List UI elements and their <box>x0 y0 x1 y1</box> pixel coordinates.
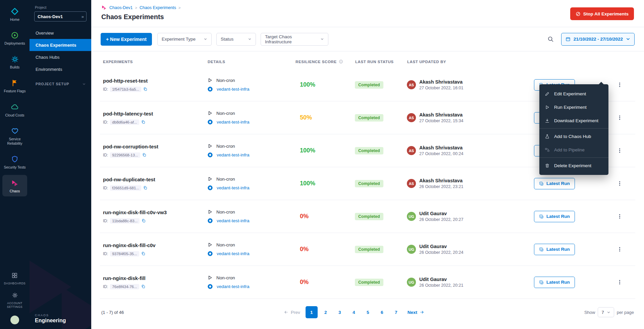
module-builds[interactable]: Builds <box>2 51 27 73</box>
experiment-name[interactable]: pod-http-reset-test <box>103 78 205 84</box>
infrastructure-link[interactable]: vedant-test-infra <box>217 120 250 125</box>
chaos-hub-icon <box>545 134 550 139</box>
kebab-menu-icon[interactable] <box>617 214 623 219</box>
status-badge: Completed <box>355 213 383 220</box>
status-badge: Completed <box>355 147 383 154</box>
updated-at: 27 October 2022, 00:24 <box>419 151 463 156</box>
per-page-select[interactable]: 7 <box>598 307 614 317</box>
menu-item-delete-experiment[interactable]: Delete Experiment <box>539 159 608 172</box>
user-avatar[interactable] <box>10 316 19 324</box>
project-selector: » <box>34 11 87 21</box>
page-5[interactable]: 5 <box>362 306 374 318</box>
menu-item-edit-experiment[interactable]: Edit Experiment <box>539 87 608 100</box>
search-icon[interactable] <box>547 36 554 42</box>
user-avatar: AS <box>407 179 416 188</box>
module-chaos[interactable]: Chaos <box>2 175 27 196</box>
kebab-menu-icon[interactable] <box>617 115 623 121</box>
module-feature-flags[interactable]: Feature Flags <box>2 75 27 96</box>
experiment-name[interactable]: pod-http-latency-test <box>103 111 205 116</box>
updated-by-name: Udit Gaurav <box>419 244 463 249</box>
experiment-name[interactable]: run-nginx-disk-fill-c0v-vw3 <box>103 209 205 215</box>
project-setup-toggle[interactable]: PROJECT SETUP <box>30 82 91 86</box>
menu-item-add-to-chaos-hub[interactable]: Add to Chaos Hub <box>539 130 608 143</box>
copy-icon[interactable] <box>142 153 147 157</box>
page-4[interactable]: 4 <box>348 306 360 318</box>
page-7[interactable]: 7 <box>390 306 402 318</box>
infrastructure-link[interactable]: vedant-test-infra <box>217 87 250 92</box>
menu-item-download-experiment[interactable]: Download Experiment <box>539 114 608 127</box>
resilience-score: 0% <box>300 246 309 252</box>
module-home[interactable]: Home <box>2 3 27 25</box>
latest-run-button[interactable]: Latest Run <box>534 178 575 189</box>
experiment-id: 11bda88c-83... <box>110 218 140 224</box>
copy-icon[interactable] <box>141 251 146 256</box>
latest-run-button[interactable]: Latest Run <box>534 244 575 255</box>
prev-button[interactable]: Prev <box>282 310 302 315</box>
menu-item-list: Edit Experiment Run Experiment Download … <box>539 87 608 172</box>
table-row: run-nginx-disk-fill-c0v ID: 93784f05-35.… <box>100 233 635 266</box>
page-3[interactable]: 3 <box>334 306 346 318</box>
kebab-menu-icon[interactable] <box>617 148 623 153</box>
next-button[interactable]: Next <box>406 310 426 315</box>
latest-run-icon <box>539 214 544 219</box>
menu-item-run-experiment[interactable]: Run Experiment <box>539 100 608 114</box>
new-experiment-button[interactable]: + New Experiment <box>101 33 152 46</box>
experiment-name[interactable]: pod-nw-duplicate-test <box>103 177 205 182</box>
chevron-down-icon <box>82 82 86 86</box>
filter-experiment-type[interactable]: Experiment Type <box>157 33 212 46</box>
module-deployments[interactable]: Deployments <box>2 27 27 49</box>
copy-icon[interactable] <box>141 284 146 289</box>
info-icon[interactable] <box>339 59 343 64</box>
infrastructure-link[interactable]: vedant-test-infra <box>217 251 250 256</box>
infrastructure-icon <box>207 86 213 92</box>
play-icon <box>207 110 213 116</box>
nav-account-settings[interactable]: ACCOUNT SETTINGS <box>3 292 26 309</box>
resilience-score: 0% <box>300 279 309 285</box>
table-header: EXPERIMENTS DETAILS RESILIENCE SCORE LAS… <box>100 51 635 64</box>
kebab-menu-icon[interactable] <box>617 279 623 285</box>
sidebar-item-overview[interactable]: Overview <box>30 27 91 39</box>
infrastructure-link[interactable]: vedant-test-infra <box>217 218 250 223</box>
brand-module-name: Engineering <box>35 318 86 324</box>
latest-run-button[interactable]: Latest Run <box>534 211 575 222</box>
kebab-menu-icon[interactable] <box>617 82 623 88</box>
sidebar-item-chaos-hubs[interactable]: Chaos Hubs <box>30 51 91 63</box>
nav-dashboards[interactable]: DASHBOARDS <box>4 272 26 285</box>
page-2[interactable]: 2 <box>320 306 332 318</box>
breadcrumb-project[interactable]: Chaos-Dev1 <box>109 5 132 10</box>
copy-icon[interactable] <box>141 120 146 124</box>
stop-all-experiments-button[interactable]: Stop All Experiments <box>570 7 634 20</box>
infrastructure-link[interactable]: vedant-test-infra <box>217 152 250 157</box>
kebab-menu-icon[interactable] <box>617 246 623 252</box>
sidebar-item-chaos-experiments[interactable]: Chaos Experiments <box>30 39 91 51</box>
copy-icon[interactable] <box>143 186 148 190</box>
sidebar-item-environments[interactable]: Environments <box>30 63 91 75</box>
breadcrumb-page[interactable]: Chaos Experiments <box>140 5 176 10</box>
module-security-tests[interactable]: Security Tests <box>2 151 27 173</box>
harness-home-icon <box>11 7 19 16</box>
infrastructure-link[interactable]: vedant-test-infra <box>217 185 250 190</box>
module-cloud-costs[interactable]: Cloud Costs <box>2 99 27 121</box>
module-service-reliability[interactable]: Service Reliability <box>2 123 27 149</box>
experiment-name[interactable]: run-nginx-disk-fill <box>103 275 205 281</box>
kebab-menu-icon[interactable] <box>617 181 623 186</box>
id-label: ID: <box>103 186 108 190</box>
filter-status[interactable]: Status <box>216 33 256 46</box>
latest-run-button[interactable]: Latest Run <box>534 277 575 288</box>
experiment-name[interactable]: run-nginx-disk-fill-c0v <box>103 242 205 248</box>
chevron-down-icon <box>607 311 610 314</box>
page-6[interactable]: 6 <box>376 306 388 318</box>
experiment-name[interactable]: pod-nw-corruption-test <box>103 144 205 149</box>
delete-icon <box>545 163 550 168</box>
page-1[interactable]: 1 <box>306 306 318 318</box>
project-setup-label: PROJECT SETUP <box>36 82 69 86</box>
copy-icon[interactable] <box>143 87 148 91</box>
infrastructure-link[interactable]: vedant-test-infra <box>217 284 250 289</box>
project-name-input[interactable] <box>34 11 87 21</box>
date-range-button[interactable]: 21/10/2022 - 27/10/2022 <box>561 33 635 46</box>
filter-target-chaos-infrastructure[interactable]: Target Chaos Infrastructure <box>261 33 328 46</box>
status-badge: Completed <box>355 180 383 187</box>
table-row: run-nginx-disk-fill-c0v-vw3 ID: 11bda88c… <box>100 200 635 233</box>
copy-icon[interactable] <box>142 219 146 223</box>
collapse-icon[interactable]: » <box>82 14 84 19</box>
